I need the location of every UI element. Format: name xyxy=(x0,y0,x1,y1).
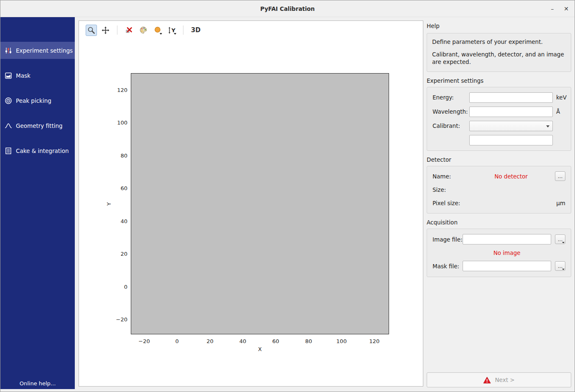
mask-file-input[interactable] xyxy=(463,261,551,271)
y-tick-label: 60 xyxy=(120,185,127,191)
calibrant-file-input[interactable] xyxy=(469,135,553,145)
detector-name-value: No detector xyxy=(469,173,553,180)
target-rings-icon xyxy=(5,97,12,104)
y-axis-direction-icon xyxy=(168,27,171,34)
x-tick-label: 80 xyxy=(305,338,312,344)
x-tick-label: 100 xyxy=(336,338,347,344)
experiment-settings-title: Experiment settings xyxy=(427,77,572,84)
plot-image-placeholder[interactable] xyxy=(131,73,389,334)
dropdown-caret-icon xyxy=(160,33,162,35)
x-tick-label: 120 xyxy=(369,338,380,344)
browse-label: ... xyxy=(558,263,562,269)
mask-image-icon xyxy=(5,72,12,79)
dropdown-caret-icon xyxy=(174,33,176,35)
y-tick-label: 20 xyxy=(120,251,127,257)
window-title: PyFAI Calibration xyxy=(0,0,575,17)
titlebar: PyFAI Calibration – ✕ xyxy=(0,0,575,17)
zoom-tool-button[interactable] xyxy=(86,25,97,36)
sidebar-item-label: Peak picking xyxy=(16,97,51,104)
experiment-settings-group: Energy: keV Wavelength: Å Calibrant: xyxy=(427,87,571,151)
x-tick-label: 0 xyxy=(176,338,179,344)
calibrant-select[interactable] xyxy=(469,121,553,131)
energy-label: Energy: xyxy=(433,94,469,101)
image-status-text: No image xyxy=(463,249,551,257)
acquisition-title: Acquisition xyxy=(427,219,572,226)
warning-triangle-icon xyxy=(483,377,491,384)
y-tick-label: −20 xyxy=(116,316,127,323)
next-button-label: Next > xyxy=(495,377,514,383)
circle-marker-tool-button[interactable] xyxy=(152,25,163,36)
y-axis-label: Y xyxy=(106,202,112,206)
detector-title: Detector xyxy=(427,156,572,163)
y-axis-letter: Y xyxy=(171,27,175,33)
online-help-link[interactable]: Online help... xyxy=(0,380,75,387)
colormap-tool-button[interactable] xyxy=(137,25,149,36)
x-tick-label: −20 xyxy=(138,338,150,344)
wavelength-label: Wavelength: xyxy=(433,108,469,115)
wavelength-input[interactable] xyxy=(469,107,553,117)
help-box: Define parameters of your experiment. Ca… xyxy=(427,33,571,72)
right-panel: Help Define parameters of your experimen… xyxy=(425,20,572,389)
calibrant-label: Calibrant: xyxy=(433,122,469,129)
detector-browse-button[interactable]: ... xyxy=(555,171,565,181)
sidebar-item-mask[interactable]: Mask xyxy=(0,67,75,84)
sidebar-item-label: Cake & integration xyxy=(16,148,69,154)
sidebar-item-label: Experiment settings xyxy=(16,47,73,54)
x-tick-label: 60 xyxy=(272,338,280,344)
pixel-size-unit: µm xyxy=(556,200,565,206)
pan-icon xyxy=(102,26,109,34)
toolbar-separator xyxy=(183,25,183,35)
help-text-line2: Calibrant, wavelength, detector, and an … xyxy=(432,51,566,66)
peak-curve-icon xyxy=(5,122,12,130)
dropdown-caret-icon xyxy=(562,269,565,270)
close-button[interactable]: ✕ xyxy=(564,6,569,12)
detector-size-label: Size: xyxy=(433,186,469,193)
sidebar-item-label: Mask xyxy=(16,72,31,79)
chevron-down-icon xyxy=(546,125,550,127)
wavelength-unit: Å xyxy=(553,108,565,115)
sidebar-item-experiment-settings[interactable]: Experiment settings xyxy=(0,42,75,59)
sidebar-item-cake-integration[interactable]: Cake & integration xyxy=(0,142,75,159)
3d-view-button[interactable]: 3D xyxy=(189,26,202,34)
sliders-icon xyxy=(5,47,12,54)
image-file-label: Image file: xyxy=(433,236,463,243)
energy-input[interactable] xyxy=(469,92,553,103)
mask-file-browse-button[interactable]: ... xyxy=(555,261,565,271)
detector-group: Name: No detector ... Size: Pixel size: … xyxy=(427,166,571,214)
help-title: Help xyxy=(427,23,572,29)
energy-unit: keV xyxy=(553,94,567,101)
y-tick-label: 40 xyxy=(120,218,127,224)
sidebar: Experiment settings Mask Peak picking xyxy=(0,17,75,389)
x-tick-label: 40 xyxy=(239,338,247,344)
sidebar-item-peak-picking[interactable]: Peak picking xyxy=(0,92,75,109)
zoom-icon xyxy=(87,26,95,34)
delete-red-x-icon xyxy=(125,26,133,34)
document-lines-icon xyxy=(5,147,12,155)
minimize-button[interactable]: – xyxy=(551,6,554,12)
dropdown-caret-icon xyxy=(562,242,565,243)
y-tick-label: 100 xyxy=(117,120,127,126)
acquisition-group: Image file: ... No image Mask file: ... xyxy=(427,229,571,277)
y-axis-direction-tool-button[interactable]: Y xyxy=(166,25,177,36)
image-file-input[interactable] xyxy=(463,234,551,244)
next-button[interactable]: Next > xyxy=(427,372,571,387)
sidebar-item-geometry-fitting[interactable]: Geometry fitting xyxy=(0,117,75,134)
palette-icon xyxy=(140,26,147,34)
remove-tool-button[interactable] xyxy=(123,25,135,36)
detector-name-label: Name: xyxy=(433,173,469,180)
y-tick-label: 0 xyxy=(124,283,127,290)
pan-tool-button[interactable] xyxy=(100,25,111,36)
plot-toolbar: Y 3D xyxy=(79,21,423,39)
plot-canvas-area[interactable]: X Y −20020406080100120120100806040200−20 xyxy=(79,39,423,386)
sidebar-item-label: Geometry fitting xyxy=(16,122,63,129)
mask-file-label: Mask file: xyxy=(433,263,463,270)
detector-pixel-size-label: Pixel size: xyxy=(433,200,469,206)
image-file-browse-button[interactable]: ... xyxy=(555,234,565,244)
plot-panel: Y 3D X Y −200204060801001201201008060402… xyxy=(79,20,423,387)
y-tick-label: 80 xyxy=(120,152,127,158)
y-tick-label: 120 xyxy=(117,87,127,93)
toolbar-separator xyxy=(117,25,117,35)
app-window: PyFAI Calibration – ✕ Experiment setting… xyxy=(0,0,575,392)
x-tick-label: 20 xyxy=(206,338,214,344)
x-axis-label: X xyxy=(258,346,262,352)
